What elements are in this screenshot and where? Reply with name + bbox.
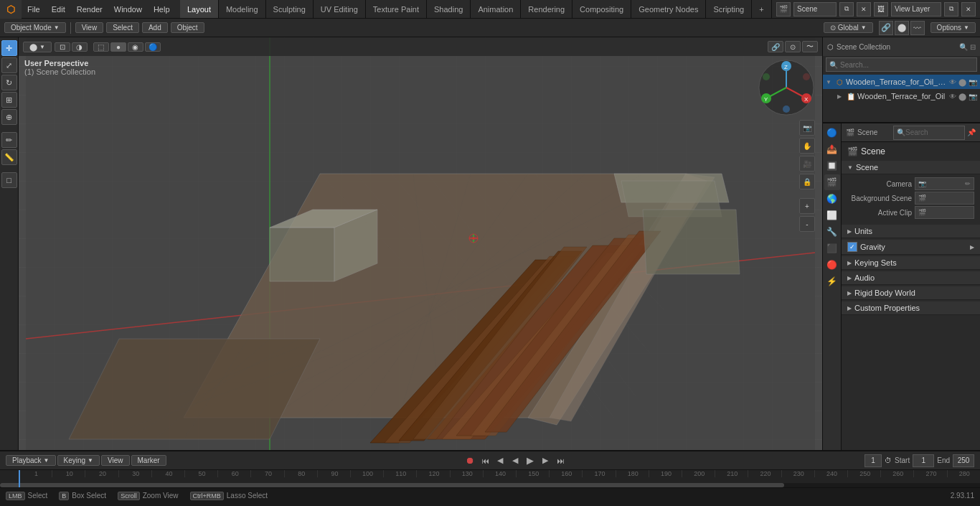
camera-btn2[interactable]: 🎥 xyxy=(799,156,815,172)
select-icon-1[interactable]: ⬤ xyxy=(958,93,966,100)
zoom-out-btn[interactable]: - xyxy=(799,216,815,232)
zoom-in-btn[interactable]: + xyxy=(799,198,815,214)
end-frame-num[interactable]: 250 xyxy=(953,454,974,467)
tool-move[interactable]: ⤢ xyxy=(1,57,17,73)
play-reverse-btn[interactable]: ◀ xyxy=(509,454,522,467)
record-btn[interactable]: ⏺ xyxy=(463,454,476,467)
solid-btn[interactable]: ● xyxy=(110,42,126,52)
view-menu-btn[interactable]: View xyxy=(75,22,104,33)
tab-modeling[interactable]: Modeling xyxy=(219,0,266,18)
ps-view-layer-btn[interactable]: 🔲 xyxy=(824,158,840,174)
transform-extra-icon[interactable]: 〰 xyxy=(910,21,925,35)
camera-field[interactable]: 📷 ✏ xyxy=(915,177,974,190)
options-btn[interactable]: Options ▼ xyxy=(930,22,976,33)
scene-copy-btn[interactable]: ⧉ xyxy=(839,2,854,17)
lock-btn[interactable]: 🔒 xyxy=(799,174,815,189)
ps-scene-btn[interactable]: 🎬 xyxy=(824,174,840,190)
tool-annotate[interactable]: ✏ xyxy=(1,132,17,148)
ps-object-btn[interactable]: ⬜ xyxy=(824,207,840,223)
outliner-search[interactable]: 🔍 xyxy=(826,57,977,72)
tab-geometry-nodes[interactable]: Geometry Nodes xyxy=(631,0,706,18)
jump-end-btn[interactable]: ⏭ xyxy=(554,454,567,467)
gravity-section-header[interactable]: ✓ Gravity ▶ xyxy=(842,240,980,255)
xray-btn[interactable]: ◑ xyxy=(72,42,88,52)
next-frame-btn[interactable]: ▶ xyxy=(539,454,552,467)
timeline-scrollbar-thumb[interactable] xyxy=(0,483,784,487)
scene-dropdown[interactable]: Scene xyxy=(793,2,837,17)
magnet-icon[interactable]: 🔗 xyxy=(879,21,893,35)
view-layer-copy-btn[interactable]: ⧉ xyxy=(944,2,958,17)
ps-modifier-btn[interactable]: 🔧 xyxy=(824,224,840,240)
current-frame-indicator[interactable]: 1 xyxy=(864,454,882,467)
view-layer-dropdown[interactable]: View Layer xyxy=(891,2,941,17)
outliner-item-0[interactable]: ▼ ⬡ Wooden_Terrace_for_Oil_Den 👁 ⬤ 📷 xyxy=(823,75,980,89)
camera-field-edit-icon[interactable]: ✏ xyxy=(965,180,971,187)
keying-btn[interactable]: Keying ▼ xyxy=(57,455,100,466)
ps-render-btn[interactable]: 🔵 xyxy=(824,125,840,141)
tab-layout[interactable]: Layout xyxy=(180,0,219,18)
object-menu-btn[interactable]: Object xyxy=(171,22,204,33)
view-layer-del-btn[interactable]: ✕ xyxy=(961,2,976,17)
visibility-icon-0[interactable]: 👁 xyxy=(949,78,956,86)
tab-scripting[interactable]: Scripting xyxy=(706,0,752,18)
proportional-edit-btn[interactable]: ⊙ xyxy=(785,41,801,52)
tab-texture-paint[interactable]: Texture Paint xyxy=(366,0,427,18)
custom-props-header[interactable]: ▶ Custom Properties xyxy=(842,301,980,315)
visibility-icon-1[interactable]: 👁 xyxy=(949,93,956,100)
ps-physics-btn[interactable]: 🔴 xyxy=(824,257,840,273)
view-btn-timeline[interactable]: View xyxy=(101,455,130,466)
render-icon-0[interactable]: 📷 xyxy=(969,78,977,86)
object-mode-btn[interactable]: Object Mode ▼ xyxy=(4,22,66,33)
timeline-ruler[interactable]: 1 10 20 30 40 50 60 70 80 90 100 110 120… xyxy=(0,470,980,487)
funnel-icon[interactable]: ⊟ xyxy=(970,43,976,51)
pivot-select-btn[interactable]: ⊙ Global ▼ xyxy=(824,22,873,33)
menu-help[interactable]: Help xyxy=(148,0,176,18)
tool-rotate[interactable]: ↻ xyxy=(1,75,17,90)
tool-scale[interactable]: ⊞ xyxy=(1,92,17,108)
outliner-item-1[interactable]: ▶ 📋 Wooden_Terrace_for_Oil 👁 ⬤ 📷 xyxy=(823,89,980,103)
gravity-checkbox[interactable]: ✓ xyxy=(847,242,857,252)
filter-icon[interactable]: 🔍 xyxy=(959,43,968,51)
scene-section-header[interactable]: ▼ Scene xyxy=(842,161,980,174)
add-menu-btn[interactable]: Add xyxy=(142,22,168,33)
overlay-btn[interactable]: ⊡ xyxy=(55,42,70,52)
scene-del-btn[interactable]: ✕ xyxy=(857,2,871,17)
material-btn[interactable]: ◉ xyxy=(128,42,143,52)
tool-transform[interactable]: ⊕ xyxy=(1,109,17,125)
play-btn[interactable]: ▶ xyxy=(524,454,537,467)
snap-btn[interactable]: 🔗 xyxy=(768,41,783,52)
outliner-search-input[interactable] xyxy=(840,61,974,69)
render-btn[interactable]: 🔵 xyxy=(145,42,161,52)
ps-world-btn[interactable]: 🌎 xyxy=(824,191,840,207)
tab-rendering[interactable]: Rendering xyxy=(521,0,573,18)
ps-output-btn[interactable]: 📤 xyxy=(824,141,840,157)
tool-add-cube[interactable]: □ xyxy=(1,172,17,188)
audio-section-header[interactable]: ▶ Audio xyxy=(842,271,980,285)
props-pin-icon[interactable]: 📌 xyxy=(967,128,976,136)
menu-file[interactable]: File xyxy=(22,0,46,18)
extra-btn[interactable]: 〜 xyxy=(802,41,818,52)
render-icon-1[interactable]: 📷 xyxy=(969,93,977,100)
marker-btn[interactable]: Marker xyxy=(131,455,166,466)
navigation-gizmo[interactable]: Z X Y xyxy=(758,59,815,116)
3d-viewport[interactable]: ⬤ ▼ ⊡ ◑ ⬚ ● ◉ 🔵 🔗 ⊙ 〜 User Perspective xyxy=(19,37,822,450)
hand-tool-btn[interactable]: ✋ xyxy=(799,138,815,154)
wireframe-btn[interactable]: ⬚ xyxy=(93,42,109,52)
tab-compositing[interactable]: Compositing xyxy=(573,0,631,18)
bg-scene-field[interactable]: 🎬 xyxy=(915,192,974,205)
menu-window[interactable]: Window xyxy=(108,0,148,18)
rigid-body-header[interactable]: ▶ Rigid Body World xyxy=(842,286,980,300)
scene-icon-btn[interactable]: 🎬 xyxy=(776,2,791,17)
units-section-header[interactable]: ▶ Units xyxy=(842,225,980,238)
jump-start-btn[interactable]: ⏮ xyxy=(479,454,491,467)
start-frame-num[interactable]: 1 xyxy=(913,454,934,467)
select-menu-btn[interactable]: Select xyxy=(106,22,139,33)
ps-constraints-btn[interactable]: ⚡ xyxy=(824,273,840,289)
tool-cursor[interactable]: ✛ xyxy=(1,40,17,56)
tab-animation[interactable]: Animation xyxy=(471,0,521,18)
keying-sets-header[interactable]: ▶ Keying Sets xyxy=(842,256,980,270)
tab-uv-editing[interactable]: UV Editing xyxy=(314,0,366,18)
menu-render[interactable]: Render xyxy=(71,0,108,18)
menu-edit[interactable]: Edit xyxy=(46,0,71,18)
viewport-shading-mode-btn[interactable]: ⬤ ▼ xyxy=(23,42,52,52)
